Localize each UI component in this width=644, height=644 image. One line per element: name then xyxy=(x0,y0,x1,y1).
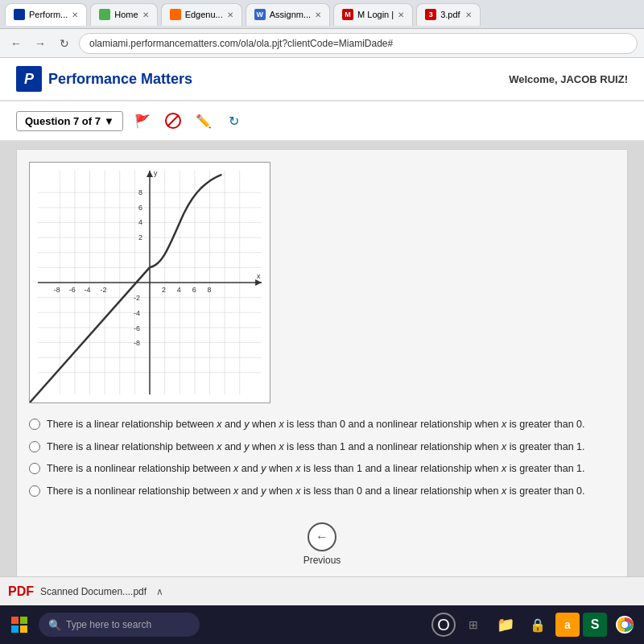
tab-home[interactable]: Home ✕ xyxy=(90,3,157,26)
navigation-area: ← Previous xyxy=(29,506,615,582)
y-tick-label: 2 xyxy=(138,233,142,242)
tab-favicon: W xyxy=(254,9,266,20)
previous-circle: ← xyxy=(308,522,336,551)
x-tick-label: -6 xyxy=(69,286,76,294)
flag-icon[interactable]: 🚩 xyxy=(131,109,154,132)
browser-tabs: Perform... ✕ Home ✕ Edgenu... ✕ W Assign… xyxy=(0,0,644,29)
y-tick-label: 6 xyxy=(138,204,142,212)
radio-b[interactable] xyxy=(29,441,40,452)
graph-container: x y -8 -6 -4 -2 2 4 6 8 8 6 4 2 -2 xyxy=(29,162,270,406)
x-tick-label: 4 xyxy=(177,286,181,294)
question-toolbar: Question 7 of 7 ▼ 🚩 ✏️ ↻ xyxy=(0,101,644,141)
x-tick-label: 6 xyxy=(192,286,196,294)
x-tick-label: -8 xyxy=(54,286,60,294)
x-axis-label: x xyxy=(257,272,261,280)
tab-close-button[interactable]: ✕ xyxy=(72,10,78,19)
taskbar-search-box[interactable]: 🔍 Type here to search xyxy=(39,613,200,637)
tab-pdf[interactable]: 3 3.pdf ✕ xyxy=(416,3,481,26)
tab-performance-matters[interactable]: Perform... ✕ xyxy=(5,3,87,26)
previous-icon: ← xyxy=(316,530,328,544)
tab-assignments[interactable]: W Assignm... ✕ xyxy=(246,3,330,26)
svg-marker-29 xyxy=(147,171,153,177)
svg-rect-32 xyxy=(20,617,27,624)
pm-logo-name: Performance Matters xyxy=(48,71,192,88)
search-icon: 🔍 xyxy=(48,619,61,631)
tab-close-button[interactable]: ✕ xyxy=(398,10,404,19)
ban-icon[interactable] xyxy=(162,109,184,132)
answer-choice-b[interactable]: There is a linear relationship between x… xyxy=(29,440,615,455)
y-tick-label: 8 xyxy=(138,188,142,196)
back-button[interactable]: ← xyxy=(6,34,26,53)
question-selector[interactable]: Question 7 of 7 ▼ xyxy=(16,111,123,131)
svg-rect-33 xyxy=(11,625,19,633)
tab-close-button[interactable]: ✕ xyxy=(315,10,321,19)
tab-favicon: M xyxy=(342,9,353,20)
taskbar-right-apps: O ⊞ 📁 🔒 a S xyxy=(431,610,639,639)
tab-edgenu[interactable]: Edgenu... ✕ xyxy=(161,3,242,26)
pm-logo: P Performance Matters xyxy=(16,66,192,92)
y-tick-label: -6 xyxy=(134,324,140,332)
pencil-icon[interactable]: ✏️ xyxy=(192,109,215,132)
tab-label: 3.pdf xyxy=(440,10,460,19)
tab-favicon xyxy=(99,9,110,20)
pm-header: P Performance Matters Welcome, JACOB RUI… xyxy=(0,58,644,101)
previous-button[interactable]: ← Previous xyxy=(303,522,341,566)
tab-favicon: 3 xyxy=(425,9,436,20)
radio-a[interactable] xyxy=(29,419,40,430)
answer-choice-d[interactable]: There is a nonlinear relationship betwee… xyxy=(29,485,615,499)
pdf-caret-icon[interactable]: ∧ xyxy=(156,586,163,597)
refresh-button[interactable]: ↻ xyxy=(55,34,74,53)
taskbar-app-files[interactable]: 📁 xyxy=(491,610,520,639)
y-tick-label: -8 xyxy=(134,339,140,347)
answer-choice-a[interactable]: There is a linear relationship between x… xyxy=(29,418,615,432)
choice-text-b: There is a linear relationship between x… xyxy=(47,440,584,455)
taskbar-app-windows[interactable]: ⊞ xyxy=(459,610,488,639)
tab-favicon xyxy=(170,9,181,20)
forward-button[interactable]: → xyxy=(31,34,50,53)
taskbar-search-label: Type here to search xyxy=(66,619,151,630)
question-content: x y -8 -6 -4 -2 2 4 6 8 8 6 4 2 -2 xyxy=(16,149,628,595)
tab-close-button[interactable]: ✕ xyxy=(227,10,233,19)
answer-choice-c[interactable]: There is a nonlinear relationship betwee… xyxy=(29,462,615,477)
tab-login[interactable]: M M Login | ✕ xyxy=(333,3,413,26)
svg-rect-34 xyxy=(20,625,27,633)
tab-label: M Login | xyxy=(357,10,394,19)
y-tick-label: 4 xyxy=(138,218,142,226)
svg-rect-31 xyxy=(11,617,19,624)
taskbar-app-chrome[interactable] xyxy=(610,610,639,639)
svg-point-37 xyxy=(621,621,628,628)
welcome-message: Welcome, JACOB RUIZ! xyxy=(509,73,628,85)
address-bar[interactable]: olamiami.performancematters.com/ola/ola.… xyxy=(79,33,638,54)
radio-d[interactable] xyxy=(29,485,40,497)
choice-text-a: There is a linear relationship between x… xyxy=(47,418,584,432)
page-content: P Performance Matters Welcome, JACOB RUI… xyxy=(0,58,644,605)
taskbar-app-amazon[interactable]: a xyxy=(555,613,580,637)
answer-choices: There is a linear relationship between x… xyxy=(29,418,615,498)
svg-marker-28 xyxy=(255,279,262,286)
dropdown-arrow-icon: ▼ xyxy=(104,115,114,127)
taskbar: 🔍 Type here to search O ⊞ 📁 🔒 a S xyxy=(0,605,644,644)
svg-line-1 xyxy=(167,115,179,126)
pdf-bar: PDF Scanned Documen....pdf ∧ xyxy=(0,576,644,605)
radio-c[interactable] xyxy=(29,463,40,474)
coordinate-graph: x y -8 -6 -4 -2 2 4 6 8 8 6 4 2 -2 xyxy=(29,162,270,403)
taskbar-app-o[interactable]: O xyxy=(431,613,456,637)
start-button[interactable] xyxy=(5,610,34,639)
refresh-icon[interactable]: ↻ xyxy=(223,109,246,132)
question-label: Question 7 of 7 xyxy=(25,115,101,127)
y-tick-label: -2 xyxy=(134,294,140,302)
choice-text-d: There is a nonlinear relationship betwee… xyxy=(47,485,585,499)
taskbar-app-lock[interactable]: 🔒 xyxy=(523,610,552,639)
x-tick-label: -4 xyxy=(85,286,91,294)
x-tick-label: 8 xyxy=(208,286,212,294)
tab-close-button[interactable]: ✕ xyxy=(142,10,149,19)
tab-label: Assignm... xyxy=(270,10,311,19)
previous-label: Previous xyxy=(303,555,341,566)
tab-label: Home xyxy=(114,10,138,19)
tab-label: Edgenu... xyxy=(185,10,223,19)
tab-label: Perform... xyxy=(29,10,68,19)
content-area: x y -8 -6 -4 -2 2 4 6 8 8 6 4 2 -2 xyxy=(0,141,644,605)
taskbar-app-s[interactable]: S xyxy=(583,613,607,637)
x-tick-label: -2 xyxy=(100,286,106,294)
tab-close-button[interactable]: ✕ xyxy=(465,10,472,19)
